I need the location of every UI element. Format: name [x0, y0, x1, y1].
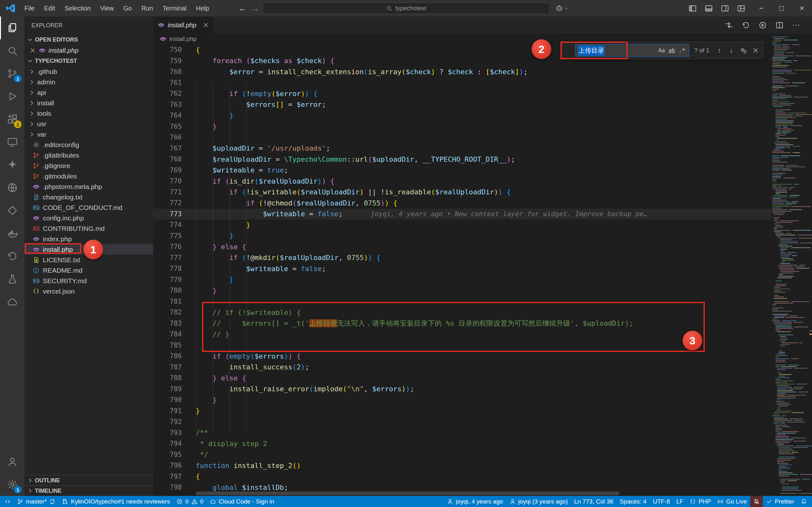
- panel-left-icon[interactable]: [688, 4, 697, 13]
- code-line-771[interactable]: 771 if (!is_writable($realUploadDir) || …: [153, 187, 771, 198]
- match-case-toggle[interactable]: Aa: [657, 46, 666, 55]
- find-in-selection-button[interactable]: [739, 46, 748, 55]
- close-icon[interactable]: [203, 22, 209, 28]
- tree-item-.editorconfig[interactable]: .editorconfig: [24, 139, 153, 150]
- tree-item-changelog.txt[interactable]: changelog.txt: [24, 192, 153, 202]
- panel-bottom-icon[interactable]: [704, 4, 713, 13]
- more-actions-icon[interactable]: [792, 21, 801, 30]
- code-line-766[interactable]: 766: [153, 132, 771, 143]
- close-find-button[interactable]: [751, 46, 760, 55]
- regex-toggle[interactable]: .*: [678, 46, 687, 55]
- activity-search[interactable]: [0, 39, 24, 62]
- code-line-788[interactable]: 788 } else {: [153, 373, 771, 384]
- tree-item-.gitignore[interactable]: .gitignore: [24, 160, 153, 171]
- run-code-icon[interactable]: [758, 21, 767, 30]
- activity-run-debug[interactable]: [0, 85, 24, 108]
- menu-view[interactable]: View: [96, 0, 119, 16]
- file-history-icon[interactable]: [742, 21, 750, 30]
- minimap[interactable]: [771, 34, 812, 496]
- code-line-774[interactable]: 774 }: [153, 219, 771, 230]
- command-center[interactable]: typechotest: [263, 3, 550, 14]
- activity-accounts[interactable]: [0, 450, 24, 473]
- activity-remote-explorer[interactable]: [0, 131, 24, 154]
- forward-button[interactable]: →: [251, 4, 260, 12]
- code-line-789[interactable]: 789 install_raise_error(implode("\n", $e…: [153, 384, 771, 395]
- activity-source-control[interactable]: 1: [0, 62, 24, 85]
- activity-cloud-code[interactable]: [0, 290, 24, 313]
- code-line-770[interactable]: 770 if (is_dir($realUploadDir)) {: [153, 176, 771, 187]
- activity-browser-preview[interactable]: [0, 176, 24, 199]
- status-pr-status[interactable]: KylinOIO/typecho#1 needs reviewers: [59, 496, 173, 507]
- assistant-menu[interactable]: [555, 4, 569, 12]
- previous-match-button[interactable]: ↑: [715, 46, 724, 55]
- code-line-781[interactable]: 781: [153, 296, 771, 307]
- horizontal-scrollbar[interactable]: [196, 492, 619, 495]
- code-line-765[interactable]: 765 }: [153, 121, 771, 132]
- code-line-763[interactable]: 763 $errors[] = $error;: [153, 99, 771, 110]
- code-line-769[interactable]: 769 $writeable = true;: [153, 165, 771, 176]
- status-cursor-position[interactable]: Ln 773, Col 36: [571, 496, 616, 507]
- code-line-784[interactable]: 784 // }: [153, 329, 771, 340]
- tree-item-usr[interactable]: usr: [24, 119, 153, 129]
- code-line-779[interactable]: 779 }: [153, 274, 771, 285]
- panel-right-icon[interactable]: [721, 4, 729, 13]
- code-line-762[interactable]: 762 if (!empty($error)) {: [153, 88, 771, 99]
- menu-file[interactable]: File: [20, 0, 39, 16]
- more-actions-icon[interactable]: [139, 21, 146, 29]
- tree-item-SECURITY.md[interactable]: SECURITY.md: [24, 276, 153, 286]
- tree-item-CONTRIBUTING.md[interactable]: CONTRIBUTING.md: [24, 223, 153, 234]
- open-editor-install.php[interactable]: phpinstall.php: [24, 45, 153, 55]
- status-problems-status[interactable]: 00: [173, 496, 207, 507]
- activity-testing[interactable]: [0, 268, 24, 290]
- split-editor-icon[interactable]: [775, 21, 784, 30]
- whole-word-toggle[interactable]: ab: [667, 46, 676, 55]
- tree-item-.gitattributes[interactable]: .gitattributes: [24, 150, 153, 160]
- toggle-replace-icon[interactable]: [565, 47, 573, 54]
- tree-item-.phpstorm.meta.php[interactable]: php.phpstorm.meta.php: [24, 181, 153, 192]
- code-line-767[interactable]: 767 $uploadDir = '/usr/uploads';: [153, 143, 771, 154]
- tree-item-admin[interactable]: admin: [24, 77, 153, 87]
- code-line-794[interactable]: 794 * display step 2: [153, 438, 771, 449]
- status-remote-indicator[interactable]: [1, 496, 14, 507]
- code-line-764[interactable]: 764 }: [153, 110, 771, 121]
- status-eol[interactable]: LF: [673, 496, 687, 507]
- menu-go[interactable]: Go: [119, 0, 137, 16]
- status-go-live[interactable]: Go Live: [714, 496, 750, 507]
- code-line-783[interactable]: 783 // $errors[] = _t('上传目录无法写入，请手动将安装目录…: [153, 318, 771, 329]
- layout-icon[interactable]: [737, 4, 745, 13]
- timeline-section[interactable]: TIMELINE: [24, 486, 153, 496]
- tab-install-php[interactable]: php install.php: [153, 16, 213, 34]
- status-blame-commit[interactable]: joyqi, 4 years ago: [444, 496, 506, 507]
- tree-item-install[interactable]: install: [24, 98, 153, 108]
- tree-item-README.md[interactable]: README.md: [24, 265, 153, 276]
- code-line-791[interactable]: 791}: [153, 405, 771, 417]
- code-line-773[interactable]: 773 $writeable = false;joyqi, 4 years ag…: [153, 209, 771, 220]
- code-line-768[interactable]: 768 $realUploadDir = \Typecho\Common::ur…: [153, 154, 771, 165]
- menu-edit[interactable]: Edit: [39, 0, 60, 16]
- status-notifications[interactable]: [797, 496, 810, 507]
- tree-item-CODE_OF_CONDUCT.md[interactable]: CODE_OF_CONDUCT.md: [24, 202, 153, 213]
- status-encoding[interactable]: UTF-8: [650, 496, 673, 507]
- code-line-780[interactable]: 780 }: [153, 285, 771, 296]
- menu-selection[interactable]: Selection: [60, 0, 96, 16]
- next-match-button[interactable]: ↓: [727, 46, 736, 55]
- menu-help[interactable]: Help: [191, 0, 214, 16]
- status-blame-author[interactable]: joyqi (3 years ago): [506, 496, 571, 507]
- activity-settings[interactable]: 1: [0, 473, 24, 496]
- open-editors-header[interactable]: OPEN EDITORS: [24, 34, 153, 45]
- activity-extensions[interactable]: 1: [0, 108, 24, 131]
- code-line-782[interactable]: 782 // if (!$writeable) {: [153, 307, 771, 318]
- menu-terminal[interactable]: Terminal: [158, 0, 191, 16]
- status-indentation[interactable]: Spaces: 4: [616, 496, 650, 507]
- tree-item-config.inc.php[interactable]: phpconfig.inc.php: [24, 213, 153, 223]
- code-line-793[interactable]: 793/**: [153, 428, 771, 439]
- code-line-760[interactable]: 760 $error = install_check_extension(is_…: [153, 66, 771, 77]
- status-prettier-status[interactable]: Prettier: [763, 496, 797, 507]
- activity-file-history[interactable]: [0, 245, 24, 268]
- menu-run[interactable]: Run: [137, 0, 158, 16]
- status-cloud-code-status[interactable]: Cloud Code - Sign in: [207, 496, 277, 507]
- tree-item-.gitmodules[interactable]: .gitmodules: [24, 171, 153, 181]
- activity-explorer[interactable]: [0, 16, 24, 39]
- code-line-790[interactable]: 790 }: [153, 394, 771, 405]
- find-input[interactable]: 上传目录 Aa ab .*: [575, 44, 689, 57]
